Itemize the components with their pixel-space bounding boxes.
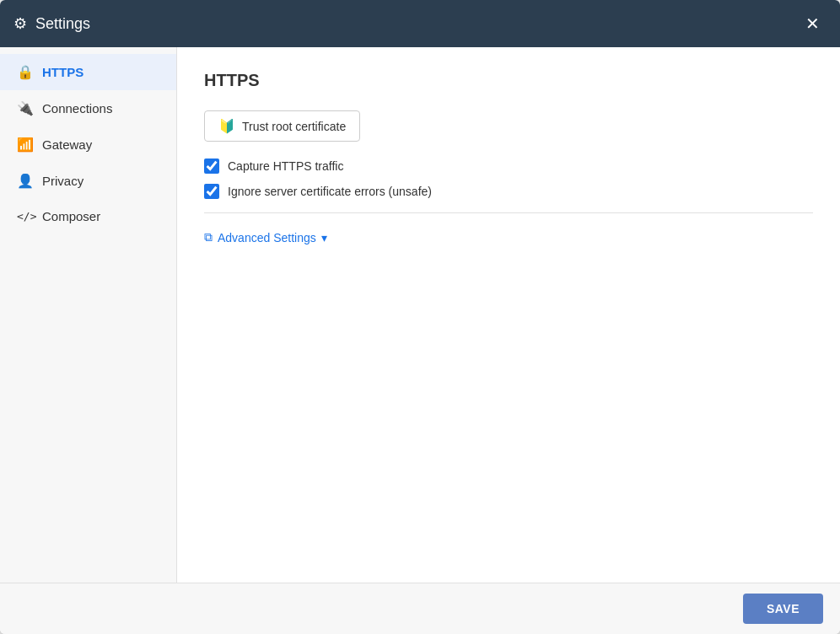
sidebar-label-gateway: Gateway: [42, 137, 92, 152]
sidebar-item-privacy[interactable]: 👤 Privacy: [0, 163, 176, 199]
sliders-icon: ⧉: [204, 230, 213, 244]
footer: SAVE: [0, 583, 840, 634]
trust-cert-label: Trust root certificate: [242, 120, 346, 133]
titlebar-left: ⚙ Settings: [13, 14, 90, 33]
capture-https-label: Capture HTTPS traffic: [228, 159, 343, 173]
titlebar: ⚙ Settings ✕: [0, 0, 840, 47]
ignore-errors-row: Ignore server certificate errors (unsafe…: [204, 184, 813, 199]
trust-root-certificate-button[interactable]: 🔰 Trust root certificate: [204, 110, 360, 142]
sidebar-label-composer: Composer: [42, 209, 100, 223]
lock-icon: 🔒: [17, 64, 34, 80]
ignore-errors-checkbox[interactable]: [204, 184, 219, 199]
code-icon: </>: [17, 210, 34, 223]
dialog-title: Settings: [35, 15, 90, 33]
user-icon: 👤: [17, 173, 34, 189]
sidebar-label-connections: Connections: [42, 101, 112, 116]
wifi-icon: 📶: [17, 137, 34, 153]
sidebar-item-https[interactable]: 🔒 HTTPS: [0, 54, 176, 90]
close-button[interactable]: ✕: [799, 12, 827, 35]
page-title: HTTPS: [204, 71, 813, 90]
sidebar-item-gateway[interactable]: 📶 Gateway: [0, 126, 176, 163]
dialog-body: 🔒 HTTPS 🔌 Connections 📶 Gateway 👤 Privac…: [0, 47, 840, 583]
certificate-icon: 🔰: [218, 118, 235, 134]
capture-https-row: Capture HTTPS traffic: [204, 158, 813, 174]
main-content: HTTPS 🔰 Trust root certificate Capture H…: [177, 47, 840, 583]
plug-icon: 🔌: [17, 100, 34, 116]
divider: [204, 212, 813, 213]
sidebar-label-privacy: Privacy: [42, 174, 83, 188]
advanced-settings-button[interactable]: ⧉ Advanced Settings ▾: [204, 227, 327, 248]
sidebar-label-https: HTTPS: [42, 65, 83, 79]
sidebar: 🔒 HTTPS 🔌 Connections 📶 Gateway 👤 Privac…: [0, 47, 177, 583]
ignore-errors-label: Ignore server certificate errors (unsafe…: [228, 185, 432, 198]
chevron-down-icon: ▾: [321, 231, 327, 244]
gear-icon: ⚙: [13, 14, 27, 33]
save-button[interactable]: SAVE: [743, 594, 823, 624]
capture-https-checkbox[interactable]: [204, 158, 219, 174]
advanced-settings-label: Advanced Settings: [218, 231, 316, 244]
sidebar-item-connections[interactable]: 🔌 Connections: [0, 90, 176, 126]
settings-dialog: ⚙ Settings ✕ 🔒 HTTPS 🔌 Connections 📶 Gat…: [0, 0, 840, 634]
sidebar-item-composer[interactable]: </> Composer: [0, 199, 176, 234]
